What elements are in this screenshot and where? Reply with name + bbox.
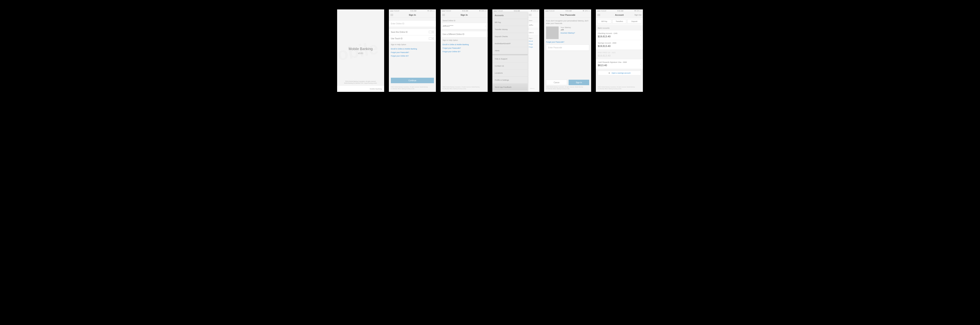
sitekey-block: Your SiteKey: Jeffr Incorrect SiteKey? xyxy=(546,27,589,39)
screen-passcode: ●●●●●Turkcell 9:41 AM ✱42%▭ Your Passcod… xyxy=(544,10,591,92)
drawer-item-locations[interactable]: Locations xyxy=(492,69,528,77)
navbar: Sign In xyxy=(389,12,436,18)
splash-body: obile B Mobile Banking v1.0.1 ©2014 Mobi… xyxy=(337,10,384,92)
forgot-id-link[interactable]: Forgot your Online ID? xyxy=(391,54,434,58)
drawer-item-feedback[interactable]: Send App Feedback xyxy=(492,83,528,91)
account-row[interactable]: Savings Account - 2968$19,613.40 › xyxy=(596,40,643,50)
incorrect-sitekey-link[interactable]: Incorrect SiteKey? xyxy=(560,32,575,34)
touch-id-toggle-row[interactable]: Use Touch IDNO xyxy=(389,35,436,42)
forgot-passcode-link[interactable]: Forgat your Passcode? xyxy=(546,41,589,43)
status-bar: ●●●●●Turkcell 9:41 AM ✱42%▭ xyxy=(492,10,539,12)
tabbar-label: Mobile Banking xyxy=(370,88,382,90)
page-title: Account xyxy=(615,14,624,16)
screen-signin-saved: ●●●●●Turkcell 9:41 AM ✱42%▭ Sign In Save… xyxy=(441,10,488,92)
menu-icon[interactable] xyxy=(442,14,445,16)
drawer-item-contact[interactable]: Contact Us xyxy=(492,62,528,69)
cancel-button[interactable]: Cance xyxy=(546,80,567,85)
continue-button[interactable]: Continue xyxy=(391,78,434,83)
chevron-right-icon: › xyxy=(640,34,641,36)
use-different-id-row[interactable]: Use a Different Online ID xyxy=(441,31,488,37)
account-row[interactable]: Cash Rewards Signature Visa - 2968$613.4… xyxy=(596,59,643,69)
screen-drawer: ●●●●●Turkcell 9:41 AM ✱42%▭ Save Jeffro … xyxy=(492,10,539,92)
nav-drawer: Accounts Bill Pay Transfer Money Deposit… xyxy=(492,12,528,92)
chevron-right-icon: › xyxy=(640,44,641,46)
drawer-item-profile[interactable]: Profile & Settings xyxy=(492,77,528,83)
navbar: Account Sign Out xyxy=(596,12,643,18)
toggle-off[interactable]: NO xyxy=(429,31,434,33)
status-bar: ●●●●●Turkcell 9:41 AM ✱42%▭ xyxy=(441,10,488,12)
drawer-item-billpay[interactable]: Bill Pay xyxy=(492,19,528,26)
forgot-passcode-link[interactable]: Forgot your Passcode? xyxy=(442,46,486,50)
splash-tabbar: Mobile Banking xyxy=(337,86,384,92)
drawer-item-transfer[interactable]: Transfer Money xyxy=(492,26,528,33)
legal-footer: ©2014 Mobile Banking Corpotation. All ri… xyxy=(389,85,436,91)
screen-accounts: ●●●●●Turkcell 9:41 AM ✱42%▭ Account Sign… xyxy=(596,10,643,92)
page-title: Sign In xyxy=(461,14,468,16)
navbar: Your Passcode xyxy=(544,12,591,18)
bluetooth-icon: ✱ xyxy=(479,10,480,12)
accounts-section-header: Bank Accounts xyxy=(596,25,643,30)
drawer-item-alerts[interactable]: Alerts xyxy=(492,47,528,54)
account-row[interactable]: Checking Account - 1345$19,613.40 › xyxy=(596,30,643,40)
legal-footer: ©2014 Mobile Banking Corpotation. All ri… xyxy=(544,85,591,91)
signin-button[interactable]: Sign In xyxy=(569,80,589,85)
drawer-item-deposit[interactable]: Deposit Checks xyxy=(492,33,528,40)
help-header: Sign In Help Option xyxy=(389,42,436,47)
battery-icon: ▭ xyxy=(433,10,435,12)
menu-icon[interactable] xyxy=(529,14,531,16)
seg-deposit[interactable]: Deposit xyxy=(627,19,641,24)
open-savings-button[interactable]: ★ Open a savings account xyxy=(598,70,641,75)
bluetooth-icon: ✱ xyxy=(635,10,636,12)
seg-billpay[interactable]: Bill Pay xyxy=(597,19,611,24)
drawer-item-deals[interactable]: MobileBankDeals® xyxy=(492,40,528,47)
chevron-right-icon: › xyxy=(640,63,641,65)
status-bar: ●●●●●Turkcell 9:41 AM ✱42%▭ xyxy=(544,10,591,12)
sitekey-name: Jeffr xyxy=(560,29,575,31)
star-icon: ★ xyxy=(608,72,610,74)
segment-row: Bill Pay Transfers Deposit xyxy=(596,18,643,25)
menu-icon[interactable] xyxy=(597,14,600,16)
sitekey-label: Your SiteKey: xyxy=(560,27,575,29)
battery-icon: ▭ xyxy=(537,10,538,12)
enroll-link[interactable]: Enroll in Online & Mobile Banking xyxy=(391,47,434,51)
forgot-id-link[interactable]: Forgot your Online ID? xyxy=(442,50,486,53)
splash-legal: ©2014 Mobile Banking Corpotation. All ri… xyxy=(337,80,384,84)
page-title: Your Passcode xyxy=(560,14,576,16)
status-bar: ●●●●●Turkcell 9:41 AM ✱42%▭ xyxy=(596,10,643,12)
battery-icon: ▭ xyxy=(485,10,487,12)
bluetooth-icon: ✱ xyxy=(531,10,532,12)
page-title: Sign In xyxy=(409,14,416,16)
help-header: Sign In Help Option xyxy=(441,37,488,42)
online-id-input[interactable]: Enter Online ID xyxy=(389,21,436,27)
battery-icon: ▭ xyxy=(640,10,642,12)
watermark: obile B xyxy=(337,10,384,92)
enroll-link[interactable]: Enroll in Online & Mobile Banking xyxy=(442,43,486,46)
drawer-header: Accounts xyxy=(492,12,528,19)
screen-signin: ●●●●●Turkcell 9:41 AM ✱42%▭ Sign In Ente… xyxy=(389,10,436,92)
battery-icon: ▭ xyxy=(589,10,590,12)
chevron-right-icon: › xyxy=(485,25,486,27)
screen-splash: ●●●●●Turkcell 9:41 AM ✱42%▭ obile B Mobi… xyxy=(337,10,384,92)
status-bar: ●●●●●Turkcell 9:41 AM ✱42%▭ xyxy=(389,10,436,12)
signout-button[interactable]: Sign Out xyxy=(635,14,641,16)
bluetooth-icon: ✱ xyxy=(583,10,584,12)
sitekey-image xyxy=(546,27,558,39)
toggle-off[interactable]: NO xyxy=(429,37,434,40)
account-row-disabled: RISK FREE CD - 3321$19,613.40 xyxy=(596,50,643,59)
seg-transfers[interactable]: Transfers xyxy=(612,19,627,24)
save-id-toggle-row[interactable]: Save this Online IDNO xyxy=(389,29,436,35)
bluetooth-icon: ✱ xyxy=(428,10,429,12)
passcode-note: If you don't recognize your personalized… xyxy=(546,20,589,24)
saved-id-row[interactable]: Jeffromi*****› xyxy=(441,23,488,29)
navbar: Sign In xyxy=(441,12,488,18)
legal-footer: ©2014 Mobile Banking Corpotation. All ri… xyxy=(596,85,643,91)
drawer-item-help[interactable]: Help & Support xyxy=(492,54,528,62)
forgot-passcode-link[interactable]: Forgot your Passcode? xyxy=(391,51,434,54)
legal-footer: ©2014 Mobile Banking Corpotation. All ri… xyxy=(441,85,488,91)
legal-footer: ©2014 M... xyxy=(528,87,539,91)
underlay: Save Jeffro Use a Sign I Enroll Forgo Fo… xyxy=(528,12,539,92)
menu-icon[interactable] xyxy=(390,14,393,16)
saved-id-header: Saved Online ID xyxy=(441,18,488,23)
passcode-input[interactable]: Enter Passcode xyxy=(546,45,589,51)
